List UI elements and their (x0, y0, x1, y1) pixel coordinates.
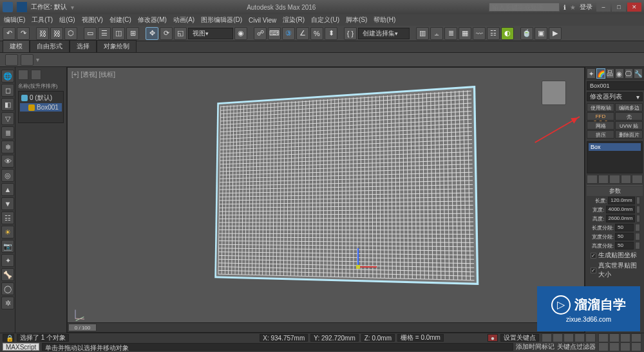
render-frame-button[interactable]: ▣ (535, 27, 547, 40)
height-field[interactable]: 2600.0mm (606, 215, 636, 222)
ltool-freeze[interactable]: ❄ (1, 141, 14, 153)
menu-graph[interactable]: 图形编辑器(D) (201, 15, 242, 24)
length-spinner[interactable] (636, 197, 640, 204)
undo-button[interactable]: ↶ (3, 27, 15, 40)
ltool-sel-invert[interactable]: ◧ (1, 98, 14, 111)
ltool-isolate[interactable]: ◎ (1, 169, 14, 182)
cmdtab-display[interactable]: 🖵 (625, 68, 634, 79)
menu-tools[interactable]: 工具(T) (32, 15, 53, 24)
mod-uvw[interactable]: UVW 贴图 (615, 121, 643, 130)
scene-display-button[interactable] (31, 70, 41, 80)
nav-fov-button[interactable] (620, 333, 630, 342)
modifier-list-dropdown[interactable]: 修改器列表▾ (587, 92, 643, 101)
nav-walk-button[interactable] (609, 342, 620, 351)
length-field[interactable]: 120.0mm (608, 197, 634, 204)
menu-edit[interactable]: 编辑(E) (4, 15, 25, 24)
nav-pan-button[interactable] (598, 333, 609, 342)
nav-orbit-button[interactable] (598, 342, 609, 351)
select-name-button[interactable]: ☰ (98, 27, 111, 40)
ribbon-btn-2[interactable] (21, 54, 33, 66)
layers-button[interactable]: ≣ (444, 27, 457, 40)
nav-max-button[interactable] (620, 342, 630, 351)
setkey-button[interactable]: 设置关键点 (500, 334, 539, 342)
menu-customize[interactable]: 自定义(U) (311, 15, 339, 24)
goto-end-button[interactable] (585, 333, 596, 342)
scene-sort-label[interactable]: 名称(按升序排序) (18, 83, 64, 90)
object-name-field[interactable] (587, 81, 644, 90)
ltool-helper[interactable]: ✦ (1, 254, 14, 267)
move-button[interactable]: ✥ (146, 27, 158, 40)
unlink-button[interactable]: ⛓̷ (50, 27, 63, 40)
mod-ffd[interactable]: FFD 2x2x2 (587, 112, 614, 121)
asnap-button[interactable]: ∠ (296, 27, 309, 40)
login-link[interactable]: 登录 (580, 3, 592, 12)
ltool-bone[interactable]: 🦴 (1, 268, 14, 281)
tab-freeform[interactable]: 自由形式 (30, 40, 70, 52)
ltool-layer[interactable]: ≣ (1, 126, 14, 139)
play-button[interactable] (564, 333, 574, 342)
mod-shell[interactable]: 壳 (615, 112, 643, 121)
menu-render[interactable]: 渲染(R) (283, 15, 305, 24)
coord-z[interactable]: Z: 0.0mm (361, 334, 395, 342)
app-icon[interactable] (3, 2, 13, 12)
rotate-button[interactable]: ⟳ (160, 27, 173, 40)
time-slider[interactable]: 0 / 100 (68, 324, 97, 331)
mod-extrude[interactable]: 挤压 (587, 130, 614, 139)
stack-base-box[interactable]: Box (589, 143, 641, 151)
tab-selection[interactable]: 选择 (70, 40, 97, 52)
scene-item-root[interactable]: 0 (默认) (20, 93, 62, 103)
hsegs-field[interactable]: 50 (615, 242, 634, 249)
goto-start-button[interactable] (542, 333, 552, 342)
menu-modifiers[interactable]: 修改器(M) (138, 15, 167, 24)
lsegs-spinner[interactable] (635, 224, 640, 231)
prev-frame-button[interactable] (553, 333, 563, 342)
select-region-button[interactable]: ◫ (112, 27, 125, 40)
mod-mesh[interactable]: 网格 (587, 121, 614, 130)
mirror-button[interactable]: ▥ (416, 27, 429, 40)
manipulate-button[interactable]: ☍ (254, 27, 267, 40)
nav-zoom-button[interactable] (609, 333, 620, 342)
ltool-props[interactable]: ☷ (1, 211, 14, 224)
pivot-button[interactable]: ◉ (234, 27, 247, 40)
nav-zoomall-button[interactable] (631, 333, 641, 342)
tab-modeling[interactable]: 建模 (3, 40, 30, 52)
bind-button[interactable]: ⬡ (64, 27, 77, 40)
render-button[interactable]: ▶ (549, 27, 562, 40)
menu-script[interactable]: 脚本(S) (346, 15, 367, 24)
menu-group[interactable]: 组(G) (59, 15, 75, 24)
status-lock-icon[interactable]: 🔒 (3, 334, 14, 342)
spinner-snap-button[interactable]: ⬍ (325, 27, 337, 40)
ltool-filter[interactable]: ▽ (1, 112, 14, 125)
snap-button[interactable]: ③ (282, 27, 295, 40)
menu-create[interactable]: 创建(C) (109, 15, 131, 24)
stack-pin-button[interactable] (587, 175, 598, 184)
scene-list[interactable]: 0 (默认) Box001 (18, 91, 64, 123)
render-setup-button[interactable]: 🍵 (520, 27, 533, 40)
nav-region-button[interactable] (631, 342, 641, 351)
scale-button[interactable]: ◱ (174, 27, 187, 40)
ltool-misc[interactable]: ✲ (1, 297, 14, 309)
align-button[interactable]: ⫠ (430, 27, 443, 40)
cmdtab-utilities[interactable]: 🔧 (634, 68, 643, 79)
height-spinner[interactable] (636, 215, 640, 222)
coord-x[interactable]: X: 934.757mm (260, 334, 308, 342)
ltool-shape[interactable]: ◯ (1, 282, 14, 295)
tab-objectpaint[interactable]: 对象绘制 (97, 40, 137, 52)
viewport-perspective[interactable]: [+] [透视] [线框] (67, 67, 585, 333)
workspace-label[interactable]: 工作区: 默认 (31, 3, 67, 12)
ltool-hide[interactable]: 👁 (1, 155, 14, 168)
viewport-label[interactable]: [+] [透视] [线框] (71, 70, 115, 79)
lsegs-field[interactable]: 50 (615, 224, 634, 231)
mod-pivot[interactable]: 使用枢轴点 (587, 103, 614, 112)
timeline[interactable]: 0 / 100 (67, 322, 585, 333)
menu-animation[interactable]: 动画(A) (173, 15, 194, 24)
width-field[interactable]: 4000.0mm (606, 206, 636, 213)
menu-civil[interactable]: Civil View (249, 17, 276, 24)
select-button[interactable]: ▭ (84, 27, 97, 40)
ltool-child[interactable]: ▼ (1, 197, 14, 210)
infocenter-icon[interactable]: ℹ (564, 4, 566, 11)
ltool-cam[interactable]: 📷 (1, 240, 14, 253)
redo-button[interactable]: ↷ (17, 27, 30, 40)
stack-unique-button[interactable] (609, 175, 620, 184)
wsegs-spinner[interactable] (635, 233, 640, 240)
